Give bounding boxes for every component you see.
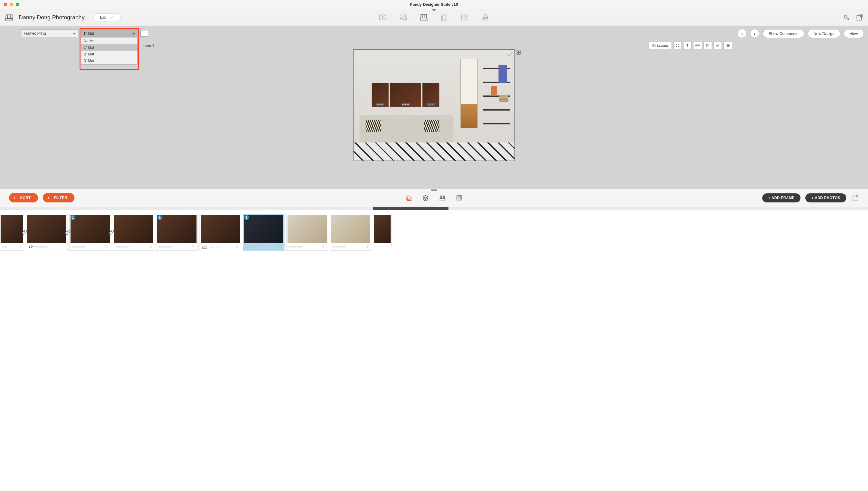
approved-check-icon[interactable] [506, 50, 514, 58]
grid-icon [652, 44, 655, 47]
svg-rect-16 [406, 196, 410, 199]
room-decor-boxes [499, 95, 508, 102]
bottom-toolbar: ‹ SORT ‹ FILTER + ADD FRAME + ADD PHOTOS [0, 189, 868, 207]
rating-stars[interactable]: ☆☆☆☆☆ [289, 245, 302, 249]
rating-stars[interactable]: ☆☆☆☆☆ [159, 245, 172, 249]
ruler-button[interactable] [713, 41, 722, 49]
rating-stars[interactable]: ☆☆☆☆☆ [245, 245, 259, 249]
show-comments-button[interactable]: Show Comments [763, 29, 804, 38]
sort-label: SORT [20, 196, 31, 200]
view-button[interactable]: View [844, 29, 864, 38]
pencil-icon [109, 16, 114, 20]
mat-color-swatch[interactable] [140, 30, 148, 37]
next-design-button[interactable]: › [750, 29, 759, 38]
favorite-heart-icon[interactable]: ♡ [62, 245, 65, 249]
photo-thumbnail[interactable]: +2☆☆☆☆☆♡ [26, 214, 67, 251]
room-pillow [366, 120, 381, 132]
layouts-button[interactable]: Layouts [649, 41, 672, 49]
svg-point-12 [687, 44, 689, 46]
external-link-icon[interactable] [856, 14, 863, 21]
close-window-button[interactable] [4, 3, 7, 6]
svg-rect-8 [652, 44, 653, 45]
canvas-tools: Layouts BW [649, 41, 732, 49]
mat-option-2[interactable]: 2'' Mat [81, 51, 137, 58]
calculator-button[interactable] [703, 41, 712, 49]
rating-stars[interactable]: ☆☆☆☆☆ [209, 245, 223, 249]
rating-stars[interactable]: ☆☆☆☆☆ [72, 245, 85, 249]
favorite-heart-icon[interactable]: ♡ [18, 244, 22, 249]
sort-button[interactable]: ‹ SORT [9, 193, 38, 202]
wall-print-1[interactable]: 20x30 [372, 83, 389, 107]
photo-thumbnail[interactable]: 1☆☆☆☆☆♡ [69, 214, 111, 251]
rooms-view-icon[interactable] [439, 195, 446, 201]
add-room-button[interactable] [515, 49, 522, 55]
thumbnail-footer: ☆☆☆☆☆♡ [287, 243, 327, 250]
lab-selector-button[interactable]: Lab [93, 13, 121, 21]
filmstrip-tab-strip [0, 207, 868, 210]
favorite-heart-icon[interactable]: ♡ [192, 244, 195, 249]
favorite-heart-icon[interactable]: ♡ [366, 244, 369, 249]
cards-module-icon[interactable] [440, 13, 448, 22]
room-preview[interactable]: 20x30 45x30 20x30 [353, 49, 515, 161]
mat-option-1[interactable]: 1'' Mat [81, 44, 137, 51]
new-design-button[interactable]: New Design [808, 29, 840, 38]
settings-gear-icon[interactable] [843, 14, 850, 21]
window-title: Fundy Designer Suite v10 [410, 2, 458, 7]
favorite-heart-icon[interactable]: ♡ [279, 244, 282, 249]
photos-view-icon[interactable] [405, 195, 412, 201]
photo-thumbnail[interactable]: 📖☆☆☆☆☆♡ [199, 214, 241, 251]
link-icon [21, 229, 27, 235]
add-photos-button[interactable]: + ADD PHOTOS [805, 193, 846, 202]
photo-thumbnail[interactable] [373, 214, 392, 247]
favorite-heart-icon[interactable]: ♡ [105, 244, 109, 249]
add-frame-button[interactable]: + ADD FRAME [762, 193, 801, 202]
active-filmstrip-tab[interactable] [373, 207, 448, 210]
chevron-left-icon: ‹ [14, 196, 16, 200]
rating-stars[interactable]: ☆☆ [2, 245, 7, 249]
stamp-module-icon[interactable] [481, 13, 489, 22]
maximize-window-button[interactable] [16, 3, 19, 6]
wall-art-module-icon[interactable] [420, 13, 428, 22]
svg-rect-21 [852, 196, 858, 201]
frames-view-icon[interactable] [456, 195, 463, 201]
visibility-toggle-button[interactable] [723, 41, 732, 49]
thumbnail-image [71, 215, 110, 243]
rating-stars[interactable]: ☆☆☆☆☆ [115, 245, 129, 249]
album-module-icon[interactable] [379, 13, 387, 22]
pin-button[interactable] [683, 41, 692, 49]
mat-size-dropdown[interactable]: 1'' Mat ▼ No Mat 1'' Mat 2'' Mat 3'' Mat [81, 30, 138, 37]
module-switcher [379, 13, 489, 22]
wall-print-3[interactable]: 20x30 [422, 83, 440, 107]
favorite-heart-icon[interactable]: ♡ [235, 245, 239, 249]
toolbar-right-controls [843, 14, 863, 21]
favorite-heart-icon[interactable]: ♡ [148, 244, 152, 249]
expand-panel-icon[interactable] [851, 194, 859, 202]
mat-size-value: 1'' Mat [83, 31, 94, 35]
wall-print-2[interactable]: 45x30 [390, 83, 421, 107]
filter-button[interactable]: ‹ FILTER [43, 193, 75, 202]
bw-toggle-button[interactable]: BW [693, 41, 702, 49]
prev-design-button[interactable]: ‹ [737, 29, 747, 38]
wall-print-group[interactable]: 20x30 45x30 20x30 [372, 83, 440, 107]
panel-drag-handle[interactable] [431, 189, 437, 191]
rating-stars[interactable]: ☆☆☆☆☆ [34, 245, 48, 249]
link-icon [108, 229, 114, 235]
collage-module-icon[interactable] [460, 13, 469, 22]
print-size-label: 20x30 [376, 103, 385, 106]
chat-module-icon[interactable] [399, 13, 408, 22]
photo-thumbnail[interactable]: 1☆☆☆☆☆♡ [156, 214, 198, 251]
layers-view-icon[interactable] [422, 195, 429, 201]
print-type-dropdown[interactable]: Framed Prints ▼ [21, 30, 78, 37]
photo-thumbnail[interactable]: ☆☆☆☆☆♡ [286, 214, 328, 251]
thumbnail-footer: ☆☆☆☆☆♡ [71, 243, 110, 250]
favorite-heart-icon[interactable]: ♡ [322, 244, 326, 249]
mat-option-no-mat[interactable]: No Mat [81, 38, 137, 44]
photo-thumbnail[interactable]: ☆☆♡ [0, 214, 24, 251]
minimize-window-button[interactable] [10, 3, 13, 6]
mat-option-3[interactable]: 3'' Mat [81, 58, 137, 64]
rating-stars[interactable]: ☆☆☆☆☆ [332, 245, 346, 249]
photo-thumbnail[interactable]: ☆☆☆☆☆♡ [113, 214, 154, 251]
photo-thumbnail[interactable]: ☆☆☆☆☆♡ [330, 214, 371, 251]
photo-thumbnail[interactable]: 1☆☆☆☆☆♡ [243, 214, 284, 251]
rotate-button[interactable] [673, 41, 682, 49]
